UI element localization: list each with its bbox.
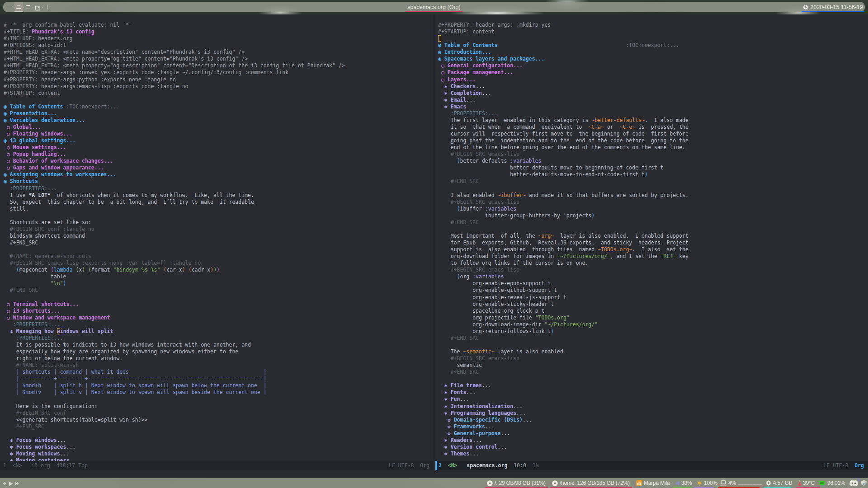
text-segment: | $mod+h | split h | Next window to spaw… bbox=[16, 382, 267, 389]
system-tray bbox=[849, 478, 868, 488]
buffer-line: better-defaults-move-to-beginning-of-cod… bbox=[438, 164, 868, 171]
text-segment: Phundrak's i3 config bbox=[32, 28, 94, 35]
clock-module[interactable]: 2020-03-15 11-56-19 bbox=[802, 2, 864, 12]
buffer-text-spacemacs: #+PROPERTY: header-args: :mkdirp yes#+ST… bbox=[435, 22, 868, 461]
buffer-line bbox=[4, 246, 434, 253]
buffer-line bbox=[4, 396, 434, 403]
text-segment: ✱ Readers bbox=[438, 437, 472, 443]
buffer-line: org-download-image-dir "~/Pictures/org/" bbox=[438, 321, 868, 328]
text-segment: ... bbox=[513, 403, 523, 409]
text-segment: or bbox=[604, 124, 620, 130]
buffer-line: | shortcuts | command | what it does | bbox=[4, 369, 434, 375]
text-segment: ... bbox=[482, 90, 491, 96]
text-segment: :PROPERTIES: bbox=[13, 321, 51, 328]
text-segment: ○ Gaps and window appearance bbox=[4, 164, 94, 171]
editor-window-spacemacs[interactable]: #+PROPERTY: header-args: :mkdirp yes#+ST… bbox=[435, 14, 868, 470]
text-segment: format bbox=[91, 267, 113, 273]
buffer-line: ○ Window and workspace management bbox=[4, 314, 434, 321]
text-segment: auto-id:t bbox=[38, 42, 66, 48]
module-memory[interactable]: 4.57 GB bbox=[764, 478, 791, 488]
text-segment: ◉ Assigning windows to workspaces bbox=[4, 171, 107, 178]
module-text: 39°C bbox=[803, 480, 815, 486]
workspace-button-workspace-1[interactable] bbox=[5, 2, 14, 12]
buffer-line: #+BEGIN_SRC emacs-lisp bbox=[438, 267, 868, 273]
text-segment: ... bbox=[513, 62, 523, 69]
workspace-button-workspace-2[interactable] bbox=[14, 2, 23, 12]
module-cpu[interactable]: 4%________ bbox=[718, 478, 760, 488]
workspace-button-workspace-4[interactable] bbox=[33, 2, 42, 12]
text-segment: ○ Layers bbox=[438, 76, 466, 83]
text-segment: ◉ i3 global settings bbox=[4, 137, 66, 144]
buffer-line: ✱ Moving windows... bbox=[4, 450, 434, 457]
text-segment: better-defaults-move-to-beginning-of-cod… bbox=[438, 164, 664, 171]
text-segment bbox=[438, 110, 451, 117]
module-text: 96.01% bbox=[827, 480, 845, 486]
text-segment: org-enable-github-support t bbox=[438, 287, 557, 293]
buffer-line: #+PROPERTY: header-args:emacs-lisp :expo… bbox=[4, 83, 434, 90]
text-segment: =~/Pictures/org/= bbox=[557, 253, 610, 259]
text-segment bbox=[185, 267, 189, 273]
tray-tray-app[interactable] bbox=[860, 480, 867, 486]
buffer-line: The ~semantic~ layer is also enabled. bbox=[438, 348, 868, 355]
text-segment: The first layer enabled in this category… bbox=[438, 117, 591, 123]
text-segment bbox=[4, 375, 16, 382]
text-segment bbox=[4, 335, 16, 341]
text-segment: ◉ Presentation bbox=[4, 110, 47, 117]
module-disk-0[interactable]: /: 29 GB/98 GB (31%) bbox=[485, 478, 548, 488]
text-segment: ◉ Variables declaration bbox=[4, 117, 75, 123]
text-segment: ... bbox=[66, 137, 75, 144]
buffer-line bbox=[438, 185, 868, 192]
text-segment: ✱ Focus workspaces bbox=[4, 444, 66, 450]
module-sun[interactable]: 100% bbox=[694, 478, 714, 488]
module-music[interactable]: Marpa Mila bbox=[634, 478, 674, 488]
text-segment: ... bbox=[498, 444, 507, 450]
workspace-button-new-workspace[interactable] bbox=[43, 2, 52, 12]
temp-icon bbox=[798, 480, 801, 486]
text-segment: :variables bbox=[485, 206, 516, 212]
text-segment: header-args:emacs-lisp :exports code :ta… bbox=[41, 83, 188, 89]
text-segment: header-args:python :exports none :tangle… bbox=[41, 76, 176, 83]
buffer-line: ○ Layers... bbox=[438, 76, 868, 83]
minibuffer bbox=[0, 470, 868, 478]
editor-window-i3[interactable]: # -*- org-confirm-babel-evaluate: nil -*… bbox=[0, 14, 434, 470]
text-segment: , and I set the bbox=[610, 253, 660, 259]
buffer-line: ◉ Assigning windows to workspaces... bbox=[4, 171, 434, 178]
workspace-button-workspace-3[interactable] bbox=[24, 2, 33, 12]
text-segment: ... bbox=[482, 49, 491, 55]
text-segment: :TOC:noexport: bbox=[66, 103, 110, 110]
window-title: spacemacs.org (Org) bbox=[405, 2, 462, 12]
buffer-line: going past the indentation and to the en… bbox=[438, 137, 868, 144]
text-segment bbox=[438, 206, 457, 212]
module-text: 4.57 GB bbox=[773, 480, 793, 486]
text-segment: ... bbox=[466, 76, 476, 83]
text-segment: cursor will respectively first move to t… bbox=[438, 131, 689, 137]
text-segment: ... bbox=[94, 164, 104, 171]
text-segment: #+END_SRC bbox=[4, 239, 38, 246]
text-segment: semantic bbox=[438, 362, 482, 368]
text-segment: #+PROPERTY: bbox=[4, 69, 41, 75]
buffer-line: Shortcuts are set like so: bbox=[4, 219, 434, 226]
text-segment: layer is also enabled. bbox=[495, 348, 566, 355]
buffer-line: org-download folder for images in =~/Pic… bbox=[438, 253, 868, 260]
text-segment: ✱ Email bbox=[438, 97, 466, 103]
modeline-segment: 2 <N> spacemacs.org 10:0 1% bbox=[435, 461, 539, 470]
text-segment: ○ i3 shortcuts bbox=[4, 308, 51, 314]
module-disk-1[interactable]: /home: 126 GB/185 GB (72%) bbox=[550, 478, 632, 488]
buffer-line: # -*- org-confirm-babel-evaluate: nil -*… bbox=[4, 22, 434, 28]
buffer-line bbox=[438, 226, 868, 233]
buffer-line: (org :variables bbox=[438, 273, 868, 280]
buffer-line: org-projectile-file "TODOs.org" bbox=[438, 314, 868, 321]
text-segment: ✱ Focus windows bbox=[4, 437, 57, 443]
text-segment: Frameworks bbox=[454, 423, 485, 430]
text-segment: ◉ Introduction bbox=[438, 49, 482, 55]
text-segment: ( bbox=[16, 267, 19, 273]
text-segment: ... bbox=[535, 56, 545, 62]
module-battery[interactable]: 96.01% bbox=[816, 478, 844, 488]
text-segment: ✱ bbox=[4, 328, 16, 334]
text-segment: ✱ Programming languages bbox=[438, 410, 516, 416]
buffer-line bbox=[438, 375, 868, 382]
module-volume[interactable]: 38% bbox=[673, 478, 691, 488]
buffer-line: ✱ Moving containers... bbox=[4, 457, 434, 461]
text-segment: car x bbox=[166, 267, 182, 273]
memory-icon bbox=[766, 480, 771, 486]
